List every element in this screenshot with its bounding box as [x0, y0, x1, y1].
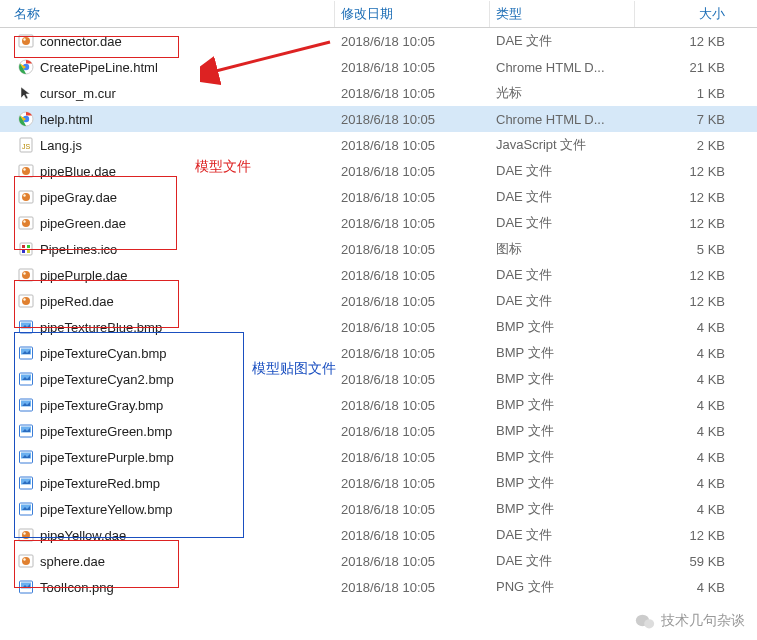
file-name: Lang.js [40, 138, 82, 153]
header-name[interactable]: 名称 [0, 1, 335, 27]
file-type: DAE 文件 [490, 288, 635, 314]
file-type: DAE 文件 [490, 522, 635, 548]
bmp-file-icon [18, 371, 34, 387]
file-row[interactable]: cursor_m.cur2018/6/18 10:05光标1 KB [0, 80, 757, 106]
bmp-file-icon [18, 449, 34, 465]
file-name: pipeGreen.dae [40, 216, 126, 231]
file-date: 2018/6/18 10:05 [335, 132, 490, 158]
header-type[interactable]: 类型 [490, 1, 635, 27]
svg-marker-5 [21, 87, 30, 99]
bmp-file-icon [18, 475, 34, 491]
file-type: BMP 文件 [490, 314, 635, 340]
file-date: 2018/6/18 10:05 [335, 470, 490, 496]
file-size: 12 KB [635, 184, 745, 210]
file-list: connector.dae2018/6/18 10:05DAE 文件12 KBC… [0, 28, 757, 600]
file-row[interactable]: pipeTextureGray.bmp2018/6/18 10:05BMP 文件… [0, 392, 757, 418]
file-date: 2018/6/18 10:05 [335, 574, 490, 600]
file-row[interactable]: pipeTextureGreen.bmp2018/6/18 10:05BMP 文… [0, 418, 757, 444]
file-row[interactable]: pipeGray.dae2018/6/18 10:05DAE 文件12 KB [0, 184, 757, 210]
svg-rect-22 [22, 250, 25, 253]
column-header[interactable]: 名称 修改日期 类型 大小 [0, 0, 757, 28]
file-row[interactable]: PipeLines.ico2018/6/18 10:05图标5 KB [0, 236, 757, 262]
file-row[interactable]: pipeTextureCyan2.bmp2018/6/18 10:05BMP 文… [0, 366, 757, 392]
file-type: DAE 文件 [490, 210, 635, 236]
file-date: 2018/6/18 10:05 [335, 210, 490, 236]
file-type: Chrome HTML D... [490, 54, 635, 80]
file-row[interactable]: connector.dae2018/6/18 10:05DAE 文件12 KB [0, 28, 757, 54]
svg-point-17 [22, 219, 30, 227]
svg-point-29 [23, 298, 25, 300]
file-type: DAE 文件 [490, 262, 635, 288]
file-row[interactable]: pipeYellow.dae2018/6/18 10:05DAE 文件12 KB [0, 522, 757, 548]
bmp-file-icon [18, 397, 34, 413]
file-name: pipeGray.dae [40, 190, 117, 205]
file-row[interactable]: pipeBlue.dae2018/6/18 10:05DAE 文件12 KB [0, 158, 757, 184]
file-name: pipeTextureCyan2.bmp [40, 372, 174, 387]
svg-point-66 [644, 619, 654, 628]
file-date: 2018/6/18 10:05 [335, 158, 490, 184]
ico-file-icon [18, 241, 34, 257]
svg-point-1 [22, 37, 30, 45]
file-type: 光标 [490, 80, 635, 106]
file-size: 4 KB [635, 444, 745, 470]
file-row[interactable]: CreatePipeLine.html2018/6/18 10:05Chrome… [0, 54, 757, 80]
file-name: pipeTextureGray.bmp [40, 398, 163, 413]
svg-point-59 [23, 558, 25, 560]
file-date: 2018/6/18 10:05 [335, 418, 490, 444]
svg-rect-21 [27, 245, 30, 248]
header-date[interactable]: 修改日期 [335, 1, 490, 27]
file-row[interactable]: pipePurple.dae2018/6/18 10:05DAE 文件12 KB [0, 262, 757, 288]
file-date: 2018/6/18 10:05 [335, 288, 490, 314]
file-size: 4 KB [635, 470, 745, 496]
dae-file-icon [18, 33, 34, 49]
file-row[interactable]: pipeTextureYellow.bmp2018/6/18 10:05BMP … [0, 496, 757, 522]
svg-rect-19 [20, 243, 32, 255]
file-type: 图标 [490, 236, 635, 262]
file-row[interactable]: pipeTextureCyan.bmp2018/6/18 10:05BMP 文件… [0, 340, 757, 366]
file-row[interactable]: ToolIcon.png2018/6/18 10:05PNG 文件4 KB [0, 574, 757, 600]
file-type: Chrome HTML D... [490, 106, 635, 132]
file-name: pipeRed.dae [40, 294, 114, 309]
file-row[interactable]: pipeTexturePurple.bmp2018/6/18 10:05BMP … [0, 444, 757, 470]
bmp-file-icon [18, 345, 34, 361]
file-row[interactable]: JSLang.js2018/6/18 10:05JavaScript 文件2 K… [0, 132, 757, 158]
file-size: 4 KB [635, 392, 745, 418]
file-date: 2018/6/18 10:05 [335, 236, 490, 262]
file-type: BMP 文件 [490, 340, 635, 366]
file-name: sphere.dae [40, 554, 105, 569]
file-name: help.html [40, 112, 93, 127]
file-size: 4 KB [635, 314, 745, 340]
file-size: 12 KB [635, 262, 745, 288]
file-row[interactable]: pipeRed.dae2018/6/18 10:05DAE 文件12 KB [0, 288, 757, 314]
file-size: 4 KB [635, 340, 745, 366]
file-row[interactable]: sphere.dae2018/6/18 10:05DAE 文件59 KB [0, 548, 757, 574]
file-size: 21 KB [635, 54, 745, 80]
file-row[interactable]: help.html2018/6/18 10:05Chrome HTML D...… [0, 106, 757, 132]
file-row[interactable]: pipeTextureRed.bmp2018/6/18 10:05BMP 文件4… [0, 470, 757, 496]
file-size: 59 KB [635, 548, 745, 574]
dae-file-icon [18, 163, 34, 179]
svg-point-28 [22, 297, 30, 305]
file-type: BMP 文件 [490, 470, 635, 496]
file-date: 2018/6/18 10:05 [335, 106, 490, 132]
file-name: pipeTexturePurple.bmp [40, 450, 174, 465]
file-name: pipeTextureCyan.bmp [40, 346, 166, 361]
file-row[interactable]: pipeTextureBlue.bmp2018/6/18 10:05BMP 文件… [0, 314, 757, 340]
dae-file-icon [18, 267, 34, 283]
dae-file-icon [18, 215, 34, 231]
file-date: 2018/6/18 10:05 [335, 392, 490, 418]
file-date: 2018/6/18 10:05 [335, 548, 490, 574]
chrome-file-icon [18, 111, 34, 127]
header-size[interactable]: 大小 [635, 1, 745, 27]
file-name: pipePurple.dae [40, 268, 127, 283]
file-size: 5 KB [635, 236, 745, 262]
file-type: BMP 文件 [490, 444, 635, 470]
file-size: 12 KB [635, 158, 745, 184]
file-type: JavaScript 文件 [490, 132, 635, 158]
file-date: 2018/6/18 10:05 [335, 522, 490, 548]
file-date: 2018/6/18 10:05 [335, 80, 490, 106]
file-size: 2 KB [635, 132, 745, 158]
file-row[interactable]: pipeGreen.dae2018/6/18 10:05DAE 文件12 KB [0, 210, 757, 236]
file-size: 4 KB [635, 496, 745, 522]
svg-rect-20 [22, 245, 25, 248]
